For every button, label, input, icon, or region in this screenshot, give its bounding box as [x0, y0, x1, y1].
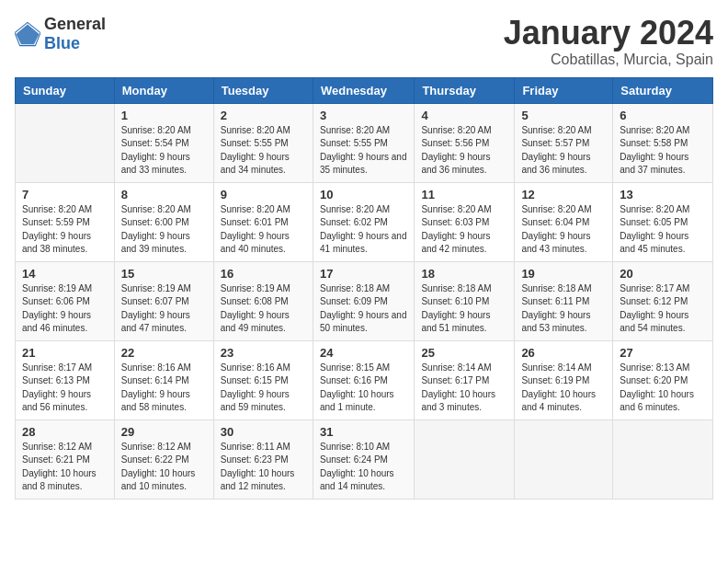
day-number: 11: [421, 188, 507, 201]
cell-content: Sunrise: 8:16 AMSunset: 6:14 PMDaylight:…: [121, 362, 207, 415]
calendar-cell: 27 Sunrise: 8:13 AMSunset: 6:20 PMDaylig…: [613, 340, 713, 419]
calendar-cell: 13 Sunrise: 8:20 AMSunset: 6:05 PMDaylig…: [613, 182, 713, 261]
day-number: 10: [320, 188, 407, 201]
day-number: 15: [121, 267, 207, 281]
day-number: 7: [22, 188, 108, 201]
calendar-cell: 8 Sunrise: 8:20 AMSunset: 6:00 PMDayligh…: [114, 182, 213, 261]
month-title: January 2024: [504, 15, 713, 52]
calendar-cell: 14 Sunrise: 8:19 AMSunset: 6:06 PMDaylig…: [16, 261, 115, 340]
cell-content: Sunrise: 8:19 AMSunset: 6:08 PMDaylight:…: [221, 282, 306, 336]
day-number: 9: [221, 188, 306, 201]
day-number: 1: [121, 109, 207, 122]
calendar-cell: 20 Sunrise: 8:17 AMSunset: 6:12 PMDaylig…: [613, 261, 713, 340]
day-number: 12: [521, 188, 606, 201]
cell-content: Sunrise: 8:13 AMSunset: 6:20 PMDaylight:…: [620, 362, 706, 415]
cell-content: Sunrise: 8:20 AMSunset: 5:58 PMDaylight:…: [620, 124, 706, 178]
cell-content: Sunrise: 8:16 AMSunset: 6:15 PMDaylight:…: [221, 362, 306, 415]
cell-content: Sunrise: 8:12 AMSunset: 6:22 PMDaylight:…: [121, 441, 207, 494]
calendar-cell: 15 Sunrise: 8:19 AMSunset: 6:07 PMDaylig…: [114, 261, 213, 340]
cell-content: Sunrise: 8:19 AMSunset: 6:06 PMDaylight:…: [22, 282, 108, 336]
cell-content: Sunrise: 8:20 AMSunset: 5:59 PMDaylight:…: [22, 203, 108, 257]
day-number: 14: [22, 267, 108, 281]
day-number: 4: [421, 109, 507, 122]
day-number: 21: [22, 346, 108, 360]
cell-content: Sunrise: 8:20 AMSunset: 5:57 PMDaylight:…: [521, 124, 606, 178]
calendar-cell: 18 Sunrise: 8:18 AMSunset: 6:10 PMDaylig…: [415, 261, 515, 340]
day-number: 2: [221, 109, 306, 122]
logo-blue: Blue: [44, 34, 80, 52]
calendar-cell: [16, 103, 115, 182]
calendar-week-row: 28 Sunrise: 8:12 AMSunset: 6:21 PMDaylig…: [16, 419, 713, 499]
day-number: 29: [121, 425, 207, 439]
cell-content: Sunrise: 8:14 AMSunset: 6:19 PMDaylight:…: [521, 362, 606, 415]
cell-content: Sunrise: 8:20 AMSunset: 5:55 PMDaylight:…: [221, 124, 306, 178]
calendar-week-row: 7 Sunrise: 8:20 AMSunset: 5:59 PMDayligh…: [16, 182, 713, 261]
calendar-cell: 21 Sunrise: 8:17 AMSunset: 6:13 PMDaylig…: [16, 340, 115, 419]
calendar-cell: 28 Sunrise: 8:12 AMSunset: 6:21 PMDaylig…: [16, 419, 115, 499]
calendar-cell: 29 Sunrise: 8:12 AMSunset: 6:22 PMDaylig…: [114, 419, 213, 499]
cell-content: Sunrise: 8:20 AMSunset: 6:00 PMDaylight:…: [121, 203, 207, 257]
cell-content: Sunrise: 8:18 AMSunset: 6:10 PMDaylight:…: [421, 282, 507, 336]
cell-content: Sunrise: 8:17 AMSunset: 6:12 PMDaylight:…: [620, 282, 706, 336]
calendar-week-row: 1 Sunrise: 8:20 AMSunset: 5:54 PMDayligh…: [16, 103, 713, 182]
day-number: 22: [121, 346, 207, 360]
cell-content: Sunrise: 8:20 AMSunset: 6:04 PMDaylight:…: [521, 203, 606, 257]
logo-text: General Blue: [44, 15, 106, 53]
location-title: Cobatillas, Murcia, Spain: [504, 52, 713, 68]
cell-content: Sunrise: 8:18 AMSunset: 6:09 PMDaylight:…: [320, 282, 407, 336]
calendar-cell: 11 Sunrise: 8:20 AMSunset: 6:03 PMDaylig…: [415, 182, 515, 261]
cell-content: Sunrise: 8:20 AMSunset: 6:01 PMDaylight:…: [221, 203, 306, 257]
day-number: 26: [521, 346, 606, 360]
day-number: 5: [521, 109, 606, 122]
day-number: 18: [421, 267, 507, 281]
cell-content: Sunrise: 8:20 AMSunset: 5:56 PMDaylight:…: [421, 124, 507, 178]
cell-content: Sunrise: 8:14 AMSunset: 6:17 PMDaylight:…: [421, 362, 507, 415]
cell-content: Sunrise: 8:20 AMSunset: 5:54 PMDaylight:…: [121, 124, 207, 178]
calendar-cell: 5 Sunrise: 8:20 AMSunset: 5:57 PMDayligh…: [515, 103, 613, 182]
day-number: 27: [620, 346, 706, 360]
weekday-header-row: SundayMondayTuesdayWednesdayThursdayFrid…: [16, 77, 713, 103]
cell-content: Sunrise: 8:20 AMSunset: 6:05 PMDaylight:…: [620, 203, 706, 257]
weekday-header-friday: Friday: [515, 77, 613, 103]
calendar-week-row: 21 Sunrise: 8:17 AMSunset: 6:13 PMDaylig…: [16, 340, 713, 419]
day-number: 31: [320, 425, 407, 439]
day-number: 19: [521, 267, 606, 281]
day-number: 25: [421, 346, 507, 360]
svg-marker-0: [16, 25, 39, 45]
cell-content: Sunrise: 8:11 AMSunset: 6:23 PMDaylight:…: [221, 441, 306, 494]
calendar-cell: 4 Sunrise: 8:20 AMSunset: 5:56 PMDayligh…: [415, 103, 515, 182]
cell-content: Sunrise: 8:20 AMSunset: 6:03 PMDaylight:…: [421, 203, 507, 257]
day-number: 20: [620, 267, 706, 281]
cell-content: Sunrise: 8:10 AMSunset: 6:24 PMDaylight:…: [320, 441, 407, 494]
calendar-cell: 3 Sunrise: 8:20 AMSunset: 5:55 PMDayligh…: [313, 103, 414, 182]
calendar-cell: 16 Sunrise: 8:19 AMSunset: 6:08 PMDaylig…: [213, 261, 313, 340]
cell-content: Sunrise: 8:15 AMSunset: 6:16 PMDaylight:…: [320, 362, 407, 415]
calendar-cell: 23 Sunrise: 8:16 AMSunset: 6:15 PMDaylig…: [213, 340, 313, 419]
calendar-cell: 12 Sunrise: 8:20 AMSunset: 6:04 PMDaylig…: [515, 182, 613, 261]
calendar-cell: 1 Sunrise: 8:20 AMSunset: 5:54 PMDayligh…: [114, 103, 213, 182]
weekday-header-sunday: Sunday: [16, 77, 115, 103]
weekday-header-saturday: Saturday: [613, 77, 713, 103]
weekday-header-tuesday: Tuesday: [213, 77, 313, 103]
day-number: 13: [620, 188, 706, 201]
calendar-cell: 31 Sunrise: 8:10 AMSunset: 6:24 PMDaylig…: [313, 419, 414, 499]
day-number: 17: [320, 267, 407, 281]
logo-icon: [15, 21, 40, 47]
calendar-cell: 30 Sunrise: 8:11 AMSunset: 6:23 PMDaylig…: [213, 419, 313, 499]
logo: General Blue: [15, 15, 106, 53]
cell-content: Sunrise: 8:20 AMSunset: 6:02 PMDaylight:…: [320, 203, 407, 257]
day-number: 23: [221, 346, 306, 360]
day-number: 3: [320, 109, 407, 122]
day-number: 28: [22, 425, 108, 439]
weekday-header-thursday: Thursday: [415, 77, 515, 103]
cell-content: Sunrise: 8:19 AMSunset: 6:07 PMDaylight:…: [121, 282, 207, 336]
calendar-cell: 6 Sunrise: 8:20 AMSunset: 5:58 PMDayligh…: [613, 103, 713, 182]
cell-content: Sunrise: 8:17 AMSunset: 6:13 PMDaylight:…: [22, 362, 108, 415]
title-block: January 2024 Cobatillas, Murcia, Spain: [504, 15, 713, 68]
calendar-cell: [515, 419, 613, 499]
day-number: 6: [620, 109, 706, 122]
calendar-cell: 22 Sunrise: 8:16 AMSunset: 6:14 PMDaylig…: [114, 340, 213, 419]
calendar-cell: [613, 419, 713, 499]
calendar-cell: 25 Sunrise: 8:14 AMSunset: 6:17 PMDaylig…: [415, 340, 515, 419]
weekday-header-wednesday: Wednesday: [313, 77, 414, 103]
